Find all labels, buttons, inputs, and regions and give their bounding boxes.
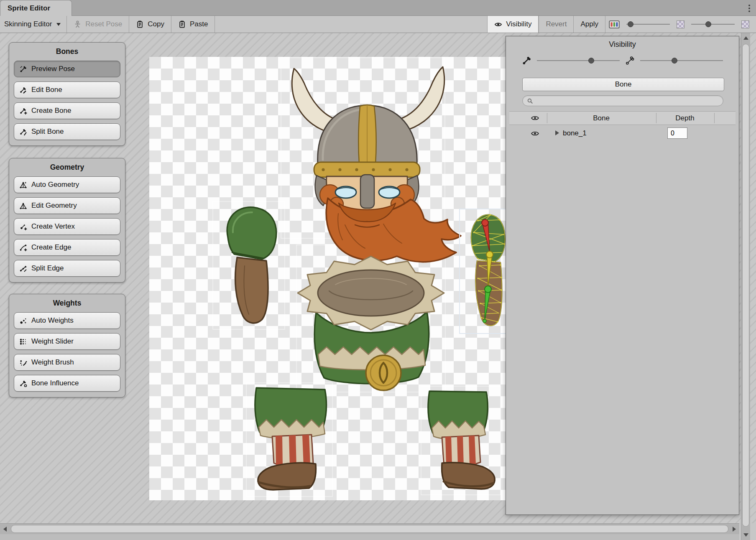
bone-table-header: Bone Depth	[509, 111, 736, 125]
weight-brush-button[interactable]: Weight Brush	[14, 354, 120, 371]
weight-slider-icon	[19, 338, 27, 346]
split-edge-button[interactable]: Split Edge	[14, 260, 120, 277]
toolbar-separator	[215, 16, 215, 33]
weight-slider-label: Weight Slider	[31, 337, 74, 346]
sprite-editor-tab[interactable]: Sprite Editor	[0, 0, 72, 16]
expander-icon[interactable]	[555, 130, 559, 135]
weights-panel: Weights Auto Weights Weight Slider Weigh…	[9, 294, 125, 397]
split-edge-label: Split Edge	[31, 264, 64, 273]
slider-track	[537, 60, 620, 61]
bone-column-header: Bone	[547, 114, 656, 122]
auto-geometry-button[interactable]: Auto Geometry	[14, 176, 120, 193]
slider-knob[interactable]	[588, 58, 594, 64]
bones-panel: Bones Preview Pose Edit Bone Create Bone…	[9, 42, 125, 146]
apply-button[interactable]: Apply	[574, 16, 605, 33]
bones-panel-title: Bones	[14, 47, 120, 56]
weight-brush-icon	[19, 359, 27, 367]
bone-influence-button[interactable]: Bone Influence	[14, 375, 120, 392]
bone-visibility-eye-icon[interactable]	[531, 131, 539, 136]
apply-label: Apply	[580, 20, 598, 28]
visibility-panel-title: Visibility	[506, 40, 739, 49]
slider-knob[interactable]	[705, 21, 711, 27]
bone-row[interactable]: bone_1	[509, 126, 736, 141]
scroll-right-button[interactable]	[729, 524, 739, 535]
auto-weights-icon	[19, 317, 27, 325]
edit-geometry-icon	[19, 202, 27, 210]
scroll-left-button[interactable]	[0, 524, 10, 535]
geometry-panel-title: Geometry	[14, 163, 120, 172]
viking-left-leg-sprite[interactable]	[255, 388, 327, 490]
brush-hardness-slider[interactable]	[691, 20, 735, 28]
auto-geometry-icon	[19, 181, 27, 189]
weight-slider-button[interactable]: Weight Slider	[14, 333, 120, 350]
split-bone-label: Split Bone	[31, 127, 64, 136]
edit-geometry-button[interactable]: Edit Geometry	[14, 197, 120, 214]
bone-tab-button[interactable]: Bone	[522, 78, 724, 91]
edit-bone-icon	[19, 86, 27, 94]
viking-arm-sprite[interactable]	[227, 207, 276, 323]
bone-outline-icon	[625, 56, 635, 65]
reset-pose-button[interactable]: Reset Pose	[67, 16, 129, 33]
edit-geometry-label: Edit Geometry	[31, 201, 77, 210]
depth-column-header: Depth	[656, 114, 714, 122]
alpha-checker-swatch-icon[interactable]	[741, 20, 749, 28]
vertical-scrollbar[interactable]	[741, 33, 750, 540]
slider-knob[interactable]	[672, 58, 677, 64]
visibility-column-eye-icon[interactable]	[531, 115, 539, 121]
vertical-scroll-thumb[interactable]	[742, 44, 749, 527]
split-bone-button[interactable]: Split Bone	[14, 123, 120, 140]
weight-brush-label: Weight Brush	[31, 358, 74, 367]
edit-bone-button[interactable]: Edit Bone	[14, 82, 120, 98]
mode-dropdown[interactable]: Skinning Editor	[0, 16, 66, 33]
slider-knob[interactable]	[628, 21, 633, 27]
copy-button[interactable]: Copy	[129, 16, 171, 33]
create-edge-icon	[19, 244, 27, 252]
brush-size-slider[interactable]	[626, 20, 670, 28]
depth-input[interactable]	[667, 127, 687, 139]
toolbar-right-group: Visibility Revert Apply	[487, 16, 753, 33]
create-bone-icon	[19, 107, 27, 115]
search-input[interactable]	[536, 97, 719, 105]
preview-pose-button[interactable]: Preview Pose	[14, 61, 120, 77]
search-icon	[527, 98, 533, 104]
viking-sprite-sheet	[149, 57, 506, 500]
copy-label: Copy	[148, 20, 164, 28]
viking-head-sprite[interactable]	[292, 67, 461, 262]
sprite-canvas[interactable]	[149, 57, 506, 500]
viking-right-leg-sprite[interactable]	[428, 391, 495, 489]
search-field[interactable]	[522, 95, 723, 106]
preview-pose-icon	[19, 65, 27, 73]
horizontal-scroll-thumb[interactable]	[11, 525, 728, 533]
arrow-down-icon	[743, 533, 748, 537]
viking-torso-sprite[interactable]	[298, 256, 444, 390]
visibility-label: Visibility	[506, 20, 531, 28]
tab-title: Sprite Editor	[8, 4, 50, 13]
mesh-opacity-slider[interactable]	[640, 56, 723, 65]
horizontal-scrollbar[interactable]	[0, 523, 739, 534]
create-bone-button[interactable]: Create Bone	[14, 102, 120, 119]
toolbar: Skinning Editor Reset Pose Copy Paste	[0, 16, 756, 33]
create-edge-button[interactable]: Create Edge	[14, 239, 120, 256]
eye-icon	[494, 20, 502, 28]
revert-label: Revert	[546, 20, 567, 28]
viking-mesh-arm-sprite[interactable]	[460, 209, 506, 334]
kebab-menu-icon[interactable]	[747, 4, 752, 13]
editor-area: Bones Preview Pose Edit Bone Create Bone…	[0, 33, 756, 523]
arrow-right-icon	[733, 527, 736, 532]
create-vertex-button[interactable]: Create Vertex	[14, 218, 120, 235]
split-bone-icon	[19, 128, 27, 136]
sprite-sheet-icon[interactable]	[605, 16, 623, 33]
chevron-down-icon	[56, 23, 61, 26]
revert-button[interactable]: Revert	[539, 16, 573, 33]
create-vertex-label: Create Vertex	[31, 222, 75, 231]
reset-pose-icon	[74, 20, 82, 28]
scroll-down-button[interactable]	[741, 530, 751, 540]
paste-button[interactable]: Paste	[171, 16, 215, 33]
alpha-checker-swatch-icon[interactable]	[677, 20, 684, 28]
bone-opacity-slider[interactable]	[537, 56, 620, 65]
bone-solid-icon	[522, 56, 531, 65]
scroll-up-button[interactable]	[741, 33, 751, 43]
visibility-toggle-button[interactable]: Visibility	[487, 16, 539, 33]
arrow-up-icon	[743, 36, 748, 40]
auto-weights-button[interactable]: Auto Weights	[14, 312, 120, 329]
